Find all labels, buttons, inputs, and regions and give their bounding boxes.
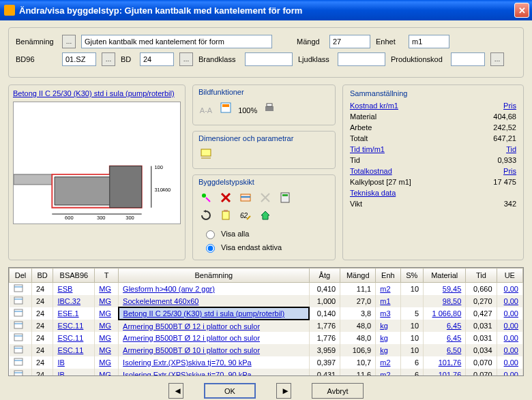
stat-row: Vikt342 [350,198,516,209]
prev-button[interactable]: ◄ [168,383,183,399]
zoom-label[interactable]: 100% [238,103,257,118]
column-header[interactable]: BD [31,268,53,283]
cancel-button[interactable]: Avbryt [312,383,364,399]
row-icon [14,309,23,317]
delete-icon[interactable] [218,190,233,205]
column-header[interactable]: Benämning [119,268,309,283]
row-icon [14,296,23,305]
label-mangd: Mängd [297,37,324,46]
layers-table[interactable]: DelBDBSAB96TBenämningÅtgMängdEnhS%Materi… [8,267,524,376]
close-button[interactable]: ✕ [514,3,529,18]
bd-input[interactable] [140,52,174,66]
stat-row: Kostnad kr/m1Pris [350,100,516,111]
add-icon[interactable] [198,190,213,205]
stat-row: Tekniska data [350,187,516,198]
image-icon[interactable] [218,100,233,115]
next-button[interactable]: ► [276,383,291,399]
mangd-input[interactable] [329,35,370,48]
bd96-input[interactable] [62,52,96,66]
stat-row: Material404,68 [350,111,516,122]
svg-rect-42 [14,371,23,376]
svg-rect-15 [267,104,272,106]
column-header[interactable]: S% [400,268,424,283]
home-icon[interactable] [258,208,273,223]
row-icon [14,321,23,329]
visa-aktiva-radio[interactable]: Visa endast aktiva [203,242,329,253]
svg-text:100: 100 [154,164,163,170]
table-row[interactable]: 24ESC.11MGArmering B500BT Ø 10 i plattor… [10,344,523,356]
svg-rect-36 [14,334,23,341]
column-header[interactable]: Del [10,268,32,283]
drawing-panel: Betong II C 25/30 (K30) std i sula (pump… [8,84,186,260]
svg-marker-23 [203,210,206,213]
table-row[interactable]: 24ESE.1MGBetong II C 25/30 (K30) std i s… [10,307,523,320]
edit-icon[interactable]: 62 [238,208,253,223]
calculator-icon[interactable] [278,190,293,205]
column-header[interactable]: Enh [376,268,400,283]
svg-rect-25 [224,210,228,212]
stat-row: Kalkylpost [27 m1]17 475 [350,176,516,187]
summary-panel: Sammanställning Kostnad kr/m1PrisMateria… [342,84,524,260]
visa-alla-radio[interactable]: Visa alla [203,228,329,239]
label-produktionskod: Produktionskod [391,55,445,63]
ok-button[interactable]: OK [204,383,256,399]
benamning-input[interactable] [81,35,272,48]
ljudklass-input[interactable] [338,52,385,66]
bd-lookup-button[interactable]: … [179,52,193,66]
svg-text:460: 460 [162,187,171,193]
table-row[interactable]: 24ESC.11MGArmering B500BT Ø 12 i plattor… [10,320,523,332]
svg-rect-24 [222,211,229,219]
column-header[interactable]: UE [497,268,522,283]
card-icon[interactable] [238,190,253,205]
svg-text:600: 600 [65,215,74,221]
bd96-lookup-button[interactable]: … [102,52,115,66]
label-benamning: Benämning [16,37,57,46]
svg-rect-0 [14,174,52,185]
table-row[interactable]: 24IBC.32MGSockelelement 460x601,00027,0m… [10,295,523,307]
table-row[interactable]: 24IBMGIsolering Extr.(XPS)skiva tj=70, 9… [10,369,523,376]
stat-row: Arbete242,52 [350,122,516,133]
dimensioner-legend: Dimensioner och parametrar [198,134,329,142]
bildfunktioner-legend: Bildfunktioner [198,88,329,96]
bildfunktioner-panel: Bildfunktioner A-A 100% [192,84,336,125]
refresh-icon[interactable] [198,208,213,223]
component-link[interactable]: Betong II C 25/30 (K30) std i sula (pump… [13,89,175,97]
column-header[interactable]: Tid [466,268,497,283]
table-row[interactable]: 24IBMGIsolering Extr.(XPS)skiva tj=70, 9… [10,356,523,369]
column-header[interactable]: Material [424,268,466,283]
svg-text:62: 62 [240,212,248,219]
svg-marker-27 [261,211,269,219]
svg-text:300: 300 [97,215,106,221]
table-row[interactable]: 24ESBMGGlesform h>400 (anv 2 ggr)0,41011… [10,283,523,296]
paste-icon[interactable] [218,208,233,223]
drawing-canvas: 600 300 300 100 310 460 [13,102,181,224]
label-bd: BD [121,55,134,63]
svg-rect-28 [14,285,23,292]
label-enhet: Enhet [376,37,403,46]
stat-row: Tid0,933 [350,155,516,166]
app-icon [4,5,15,16]
svg-rect-30 [14,297,23,304]
titlebar: Ändra/visa byggdelstyp: Gjuten kantbalk … [0,0,532,20]
table-row[interactable]: 24ESC.11MGArmering B500BT Ø 12 i plattor… [10,332,523,344]
svg-rect-22 [282,194,288,196]
column-header[interactable]: Mängd [340,268,376,283]
column-header[interactable]: Åtg [309,268,340,283]
produktionskod-lookup-button[interactable]: … [490,52,504,66]
row-icon [14,345,23,354]
svg-rect-3 [110,166,142,208]
column-header[interactable]: T [95,268,119,283]
print-icon[interactable] [262,100,277,115]
section-aa-button[interactable]: A-A [198,103,213,118]
stat-row: TotalkostnadPris [350,166,516,176]
stat-row: Tid tim/m1Tid [350,144,516,155]
dimensions-icon[interactable] [198,147,213,161]
produktionskod-input[interactable] [451,52,485,66]
enhet-input[interactable] [409,35,449,48]
form-panel: Benämning … Mängd Enhet BD96 … BD … Bran… [8,27,524,78]
summary-legend: Sammanställning [350,89,516,97]
column-header[interactable]: BSAB96 [53,268,95,283]
brandklass-input[interactable] [245,52,293,66]
label-bd96: BD96 [16,55,57,63]
benamning-lookup-button[interactable]: … [62,35,76,48]
